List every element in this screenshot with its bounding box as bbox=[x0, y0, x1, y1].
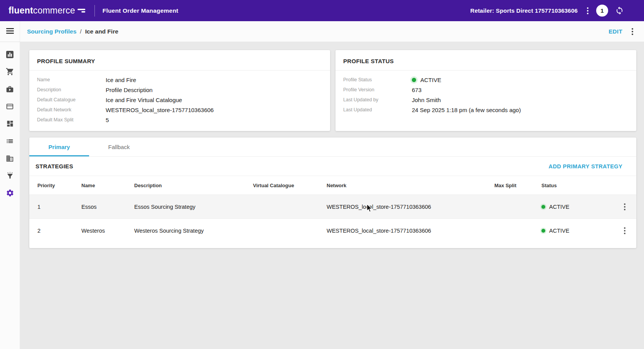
status-field-profile-status: Profile Status ACTIVE bbox=[343, 75, 629, 85]
list-icon bbox=[6, 137, 14, 145]
topbar-divider bbox=[94, 5, 95, 17]
row-name: Westeros bbox=[81, 228, 134, 234]
col-max-split: Max Split bbox=[494, 183, 541, 188]
sidebar-item-building[interactable] bbox=[3, 154, 17, 163]
cart-icon bbox=[6, 67, 14, 76]
row-status-badge: ACTIVE bbox=[549, 228, 569, 234]
active-status-dot bbox=[541, 205, 545, 209]
top-app-bar: fluentcommerce Fluent Order Management R… bbox=[0, 0, 644, 21]
dashboard-icon bbox=[6, 120, 14, 128]
col-virtual-catalogue: Virtual Catalogue bbox=[253, 183, 327, 188]
notification-count-badge[interactable]: 1 bbox=[596, 5, 608, 17]
row-name: Essos bbox=[81, 204, 134, 210]
breadcrumb-separator: / bbox=[80, 28, 81, 35]
sidebar-item-funnel[interactable] bbox=[3, 171, 17, 180]
sidebar-item-settings[interactable] bbox=[3, 188, 17, 198]
col-status: Status bbox=[541, 183, 617, 188]
status-field-last-updated-by: Last Updated by John Smith bbox=[343, 95, 629, 105]
sidebar-item-list[interactable] bbox=[3, 136, 17, 146]
table-row[interactable]: 2 Westeros Westeros Sourcing Strategy WE… bbox=[29, 218, 636, 242]
status-badge: ACTIVE bbox=[420, 77, 441, 83]
tab-primary[interactable]: Primary bbox=[29, 138, 89, 156]
topbar-kebab-menu-icon[interactable] bbox=[585, 6, 590, 16]
page-title: Ice and Fire bbox=[85, 28, 118, 35]
summary-field-default-network: Default Network WESTEROS_local_store-175… bbox=[37, 105, 322, 115]
row-kebab-menu-icon[interactable] bbox=[622, 226, 627, 236]
sidebar-item-panel[interactable] bbox=[3, 102, 17, 111]
page-kebab-menu-icon[interactable] bbox=[630, 27, 635, 37]
row-network: WESTEROS_local_store-1757710363606 bbox=[327, 228, 494, 234]
summary-field-default-max-split: Default Max Split 5 bbox=[37, 115, 322, 125]
row-kebab-menu-icon[interactable] bbox=[622, 202, 627, 212]
bar-chart-icon bbox=[6, 50, 14, 59]
edit-button[interactable]: EDIT bbox=[607, 26, 624, 37]
active-status-dot bbox=[412, 78, 416, 82]
active-status-dot bbox=[541, 229, 545, 233]
funnel-icon bbox=[6, 172, 14, 180]
status-field-profile-version: Profile Version 673 bbox=[343, 85, 629, 95]
tab-fallback[interactable]: Fallback bbox=[89, 138, 149, 156]
sidebar-item-briefcase-play[interactable] bbox=[3, 84, 17, 94]
retailer-label: Retailer: Sports Direct 1757710363606 bbox=[470, 7, 578, 14]
summary-field-description: Description Profile Description bbox=[37, 85, 322, 95]
profile-status-title: PROFILE STATUS bbox=[335, 50, 636, 70]
briefcase-play-icon bbox=[6, 85, 14, 93]
fluentcommerce-logo[interactable]: fluentcommerce bbox=[8, 5, 87, 16]
summary-field-name: Name Ice and Fire bbox=[37, 75, 322, 85]
app-title: Fluent Order Management bbox=[103, 7, 179, 14]
logo-text-light: commerce bbox=[33, 5, 75, 16]
row-description: Essos Sourcing Strategy bbox=[134, 204, 253, 210]
menu-icon[interactable] bbox=[6, 21, 14, 42]
summary-field-default-catalogue: Default Catalogue Ice and Fire Virtual C… bbox=[37, 95, 322, 105]
row-priority: 1 bbox=[37, 204, 81, 210]
settings-icon bbox=[6, 189, 14, 197]
left-navigation-sidebar bbox=[0, 21, 20, 349]
profile-summary-card: PROFILE SUMMARY Name Ice and Fire Descri… bbox=[29, 50, 330, 131]
breadcrumb: Sourcing Profiles / Ice and Fire EDIT bbox=[20, 21, 644, 42]
status-field-last-updated: Last Updated 24 Sep 2025 1:18 pm (a few … bbox=[343, 105, 629, 115]
sidebar-item-cart[interactable] bbox=[3, 67, 17, 76]
strategies-table-header: Priority Name Description Virtual Catalo… bbox=[29, 176, 636, 195]
profile-summary-title: PROFILE SUMMARY bbox=[29, 50, 330, 70]
panel-icon bbox=[6, 102, 14, 111]
logo-text-bold: fluent bbox=[8, 5, 33, 16]
row-status-badge: ACTIVE bbox=[549, 204, 569, 210]
strategies-title: STRATEGIES bbox=[35, 163, 73, 169]
add-primary-strategy-button[interactable]: ADD PRIMARY STRATEGY bbox=[549, 163, 622, 169]
profile-status-card: PROFILE STATUS Profile Status ACTIVE Pro… bbox=[335, 50, 636, 131]
sync-icon[interactable] bbox=[615, 6, 624, 15]
col-network: Network bbox=[327, 183, 494, 188]
sidebar-item-dashboard[interactable] bbox=[3, 119, 17, 128]
strategy-tabs: Primary Fallback bbox=[29, 138, 636, 157]
row-description: Westeros Sourcing Strategy bbox=[134, 228, 253, 234]
col-priority: Priority bbox=[37, 183, 81, 188]
logo-mark-icon bbox=[77, 7, 87, 14]
building-icon bbox=[6, 154, 14, 163]
table-row[interactable]: 1 Essos Essos Sourcing Strategy WESTEROS… bbox=[29, 195, 636, 218]
sidebar-item-bar-chart[interactable] bbox=[3, 50, 17, 59]
row-network: WESTEROS_local_store-1757710363606 bbox=[327, 204, 494, 210]
strategies-card: Primary Fallback STRATEGIES ADD PRIMARY … bbox=[29, 138, 636, 248]
col-name: Name bbox=[81, 183, 134, 188]
row-priority: 2 bbox=[37, 228, 81, 234]
col-description: Description bbox=[134, 183, 253, 188]
breadcrumb-parent-link[interactable]: Sourcing Profiles bbox=[27, 28, 76, 35]
